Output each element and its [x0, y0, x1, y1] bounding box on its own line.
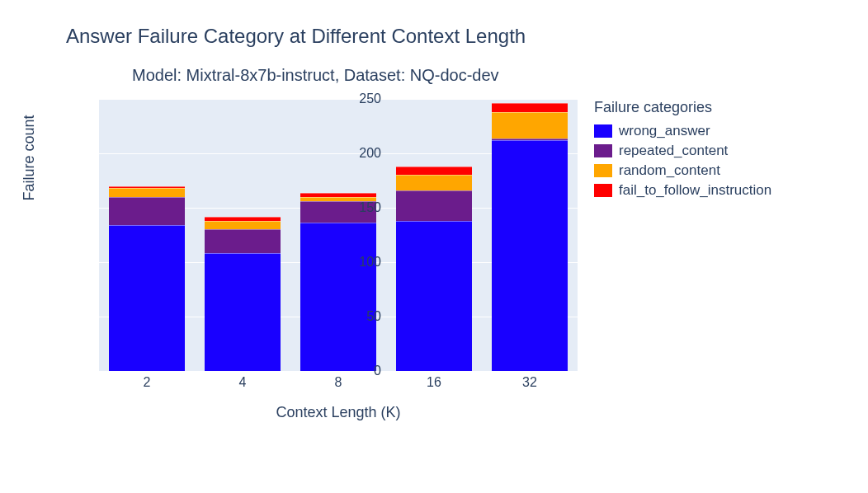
legend-swatch [594, 164, 612, 177]
legend-item[interactable]: repeated_content [594, 143, 771, 159]
bar-segment[interactable] [396, 175, 472, 190]
y-axis-label: Failure count [21, 115, 38, 200]
x-axis-label: Context Length (K) [99, 404, 578, 421]
y-tick-label: 200 [348, 146, 381, 161]
bar-segment[interactable] [396, 190, 472, 221]
grid-line [99, 371, 578, 372]
bar-segment[interactable] [205, 253, 281, 371]
y-tick-label: 250 [348, 92, 381, 106]
legend-title: Failure categories [594, 99, 771, 116]
legend-swatch [594, 124, 612, 138]
bar-segment[interactable] [396, 221, 472, 371]
legend-item[interactable]: random_content [594, 162, 771, 179]
legend-label: fail_to_follow_instruction [619, 182, 771, 199]
bar-segment[interactable] [109, 225, 185, 371]
bar-segment[interactable] [300, 223, 376, 371]
legend-label: wrong_answer [619, 123, 710, 139]
bar-segment[interactable] [205, 217, 281, 221]
bar-segment[interactable] [492, 112, 568, 139]
bar-segment[interactable] [492, 139, 568, 141]
x-tick-label: 4 [210, 375, 276, 390]
legend-swatch [594, 144, 612, 157]
y-tick-label: 150 [348, 200, 381, 215]
legend-swatch [594, 184, 612, 197]
y-tick-label: 50 [348, 309, 381, 324]
x-tick-label: 16 [401, 375, 467, 390]
x-tick-label: 8 [305, 375, 371, 390]
bar-segment[interactable] [205, 221, 281, 230]
legend-item[interactable]: wrong_answer [594, 123, 771, 139]
plot-area [99, 99, 578, 371]
bar-segment[interactable] [492, 103, 568, 112]
bar-segment[interactable] [492, 140, 568, 371]
y-tick-label: 100 [348, 255, 381, 270]
bar-segment[interactable] [205, 229, 281, 253]
bar-segment[interactable] [396, 167, 472, 176]
x-tick-label: 2 [114, 375, 180, 390]
chart-subtitle: Model: Mixtral-8x7b-instruct, Dataset: N… [132, 66, 499, 85]
chart-title: Answer Failure Category at Different Con… [66, 25, 526, 48]
bar-segment[interactable] [109, 186, 185, 189]
legend-label: random_content [619, 162, 720, 179]
legend-label: repeated_content [619, 143, 728, 159]
bar-segment[interactable] [109, 188, 185, 197]
bar-segment[interactable] [109, 197, 185, 225]
bar-segment[interactable] [300, 193, 376, 197]
grid-line [99, 99, 578, 100]
legend: Failure categories wrong_answerrepeated_… [594, 99, 771, 202]
x-tick-label: 32 [497, 375, 563, 390]
legend-item[interactable]: fail_to_follow_instruction [594, 182, 771, 199]
